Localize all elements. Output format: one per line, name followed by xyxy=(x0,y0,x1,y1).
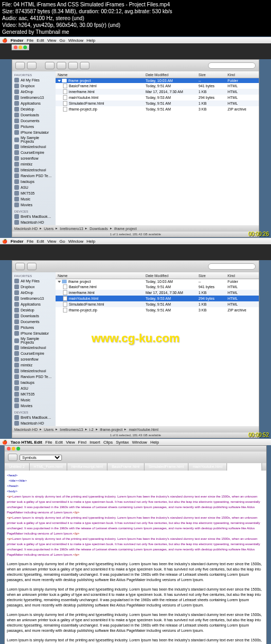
path-seg[interactable]: brettromers13 xyxy=(60,428,83,431)
apple-icon[interactable]: 🍎 xyxy=(2,38,7,43)
search-input[interactable] xyxy=(208,62,256,69)
tab[interactable]: Untitled 2 xyxy=(5,463,30,471)
forward-button[interactable] xyxy=(27,263,37,270)
menu-help[interactable]: Help xyxy=(86,38,95,43)
file-row[interactable]: BasicFrame.htmlToday, 9:51 AM941 bytesHT… xyxy=(56,284,259,290)
menu-clips[interactable]: Clips xyxy=(103,440,113,445)
sidebar-item[interactable]: mimbiz xyxy=(12,362,56,368)
sidebar-item[interactable]: Downloads xyxy=(12,112,56,118)
view-icon-button[interactable] xyxy=(45,62,55,69)
path-seg[interactable]: iframe project xyxy=(114,227,137,231)
file-row[interactable]: SimulatedFrame.htmlToday, 9:51 AM1 KBHTM… xyxy=(56,100,259,106)
menu-view[interactable]: View xyxy=(66,440,75,445)
sidebar-item[interactable]: bitesizebschool xyxy=(12,167,56,173)
sidebar-item[interactable]: Documents xyxy=(12,118,56,124)
menu-insert[interactable]: Insert xyxy=(89,440,100,445)
folder-row[interactable]: iframe project Today, 10:03 AM -- Folder xyxy=(56,279,259,284)
sidebar-item[interactable]: CourseEmpire xyxy=(12,351,56,356)
sidebar-item[interactable]: My Sample Projects xyxy=(12,336,56,345)
sidebar-item[interactable]: My Sample Projects xyxy=(12,135,56,144)
sidebar-item[interactable]: Dropbox xyxy=(12,284,56,290)
col-kind[interactable]: Kind xyxy=(228,274,257,278)
menu-help[interactable]: Help xyxy=(150,440,159,445)
sidebar-item[interactable]: Random PSD Te… xyxy=(12,374,56,380)
sidebar-item[interactable]: Brett's MacBook… xyxy=(12,415,56,420)
menu-window[interactable]: Window xyxy=(132,440,147,445)
sidebar-item[interactable]: CourseEmpire xyxy=(12,150,56,155)
menu-file[interactable]: File xyxy=(46,440,52,445)
path-seg[interactable]: i-2 xyxy=(89,428,94,431)
sidebar-item[interactable]: Random PSD Te… xyxy=(12,173,56,179)
close-icon[interactable] xyxy=(7,447,11,450)
app-name[interactable]: Finder xyxy=(11,38,23,43)
sidebar-item[interactable]: MKT535 xyxy=(12,190,56,196)
column-headers[interactable]: Name Date Modified Size Kind xyxy=(56,71,259,78)
zoom-icon[interactable] xyxy=(16,447,20,450)
sidebar-item[interactable]: Macintosh HD xyxy=(12,219,56,225)
col-size[interactable]: Size xyxy=(198,274,228,278)
back-button[interactable] xyxy=(15,62,25,69)
sidebar-item[interactable]: screenflow xyxy=(12,356,56,362)
col-date[interactable]: Date Modified xyxy=(146,274,198,278)
menu-help[interactable]: Help xyxy=(86,239,95,244)
col-name[interactable]: Name xyxy=(58,274,146,278)
sidebar-item[interactable]: Pictures xyxy=(12,325,56,330)
close-icon[interactable] xyxy=(14,45,17,49)
disclosure-icon[interactable] xyxy=(58,281,61,283)
sidebar-item[interactable]: Movies xyxy=(12,403,56,409)
tab[interactable]: HTML_Form.html xyxy=(30,463,67,471)
col-kind[interactable]: Kind xyxy=(228,73,257,77)
tab[interactable]: BasicFrame.html xyxy=(107,463,144,471)
editor-area[interactable]: <head> <title></title> </head> <body> <p… xyxy=(5,471,266,644)
view-list-button[interactable] xyxy=(57,62,66,69)
sidebar-item[interactable]: All My Files xyxy=(12,77,56,83)
path-seg[interactable]: brettromero13 xyxy=(60,227,83,231)
disclosure-icon[interactable] xyxy=(58,80,61,82)
sidebar-item[interactable]: brettromero13 xyxy=(12,296,56,301)
zoom-icon[interactable] xyxy=(23,45,27,49)
tab[interactable]: SimulatedFrame.html xyxy=(144,463,189,471)
path-seg[interactable]: mainYoutube.html xyxy=(129,428,158,431)
sidebar-item[interactable]: bitesizebschool xyxy=(12,144,56,150)
col-name[interactable]: Name xyxy=(58,73,146,77)
sidebar-item[interactable]: mimbiz xyxy=(12,161,56,167)
apple-icon[interactable]: 🍎 xyxy=(2,239,7,244)
view-cover-button[interactable] xyxy=(80,62,89,69)
menu-view[interactable]: View xyxy=(47,38,56,43)
back-button[interactable] xyxy=(15,263,25,270)
col-date[interactable]: Date Modified xyxy=(146,73,198,77)
path-seg[interactable]: Users xyxy=(44,227,53,231)
view-column-button[interactable] xyxy=(68,62,78,69)
tab-active[interactable]: innerframe.html xyxy=(227,463,262,471)
sidebar-item[interactable]: AirDrop xyxy=(12,290,56,296)
menu-edit[interactable]: Edit xyxy=(37,239,44,244)
sidebar-item[interactable]: AirDrop xyxy=(12,89,56,95)
sidebar-item[interactable]: Music xyxy=(12,196,56,202)
path-bar[interactable]: Macintosh HD▸ Users▸ brettromero13▸ Down… xyxy=(12,225,259,232)
menu-window[interactable]: Window xyxy=(68,239,83,244)
sidebar-item[interactable]: iPhone Simulator xyxy=(12,130,56,135)
col-size[interactable]: Size xyxy=(198,73,228,77)
search-input[interactable] xyxy=(208,263,256,270)
sidebar-item[interactable]: Applications xyxy=(12,100,56,106)
menu-window[interactable]: Window xyxy=(68,38,83,43)
menu-go[interactable]: Go xyxy=(59,38,65,43)
sidebar-item[interactable]: backups xyxy=(12,380,56,385)
path-bar[interactable]: Macintosh HD▸ Users▸ brettromers13▸ i-2▸… xyxy=(12,426,259,433)
sidebar-item[interactable]: brettromero13 xyxy=(12,95,56,100)
path-seg[interactable]: Users xyxy=(44,428,53,431)
menu-file[interactable]: File xyxy=(26,239,33,244)
minimize-icon[interactable] xyxy=(19,45,22,49)
file-row[interactable]: mainYoutube.htmlToday, 9:53 AM294 bytesH… xyxy=(56,95,259,100)
sidebar-item[interactable]: Movies xyxy=(12,202,56,208)
menu-edit[interactable]: Edit xyxy=(56,440,63,445)
sidebar-item[interactable]: Dropbox xyxy=(12,83,56,89)
sidebar-item[interactable]: Desktop xyxy=(12,307,56,313)
column-headers[interactable]: Name Date Modified Size Kind xyxy=(56,272,259,279)
sidebar-item[interactable]: Music xyxy=(12,397,56,403)
sidebar-item[interactable]: bitesizebschool xyxy=(12,368,56,374)
folder-row[interactable]: iframe project Today, 10:03 AM -- Folder xyxy=(56,78,259,83)
sidebar-item[interactable]: bitesizebschool xyxy=(12,345,56,351)
file-row[interactable]: iframe-project.zipToday, 9:51 AM3 KBZIP … xyxy=(56,307,259,313)
file-row[interactable]: SimulatedFrame.htmlToday, 9:51 AM1 KBHTM… xyxy=(56,301,259,307)
